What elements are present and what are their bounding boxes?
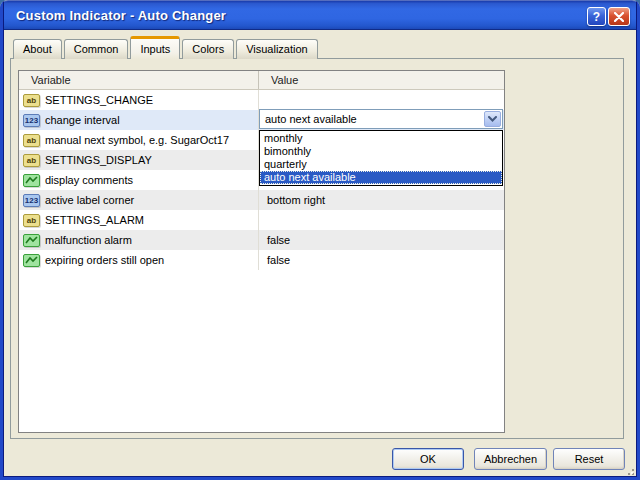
value-cell[interactable]: false (259, 230, 504, 250)
boolean-type-icon (23, 234, 40, 247)
variable-label: SETTINGS_DISPLAY (45, 154, 152, 166)
titlebar[interactable]: Custom Indicator - Auto Changer ? (0, 0, 640, 30)
string-type-icon: ab (23, 154, 40, 167)
string-type-icon: ab (23, 94, 40, 107)
tab-about[interactable]: About (13, 39, 62, 59)
close-icon (614, 12, 624, 22)
table-header: Variable Value (19, 71, 504, 90)
dropdown-option[interactable]: auto next available (260, 171, 502, 184)
variable-label: active label corner (45, 194, 134, 206)
table-row[interactable]: expiring orders still open false (19, 250, 504, 270)
tab-label: About (23, 43, 52, 55)
value-cell[interactable]: bottom right (259, 190, 504, 210)
table-row[interactable]: ab SETTINGS_CHANGE (19, 90, 504, 110)
variable-label: change interval (45, 114, 120, 126)
value-cell[interactable] (259, 90, 504, 110)
variable-label: SETTINGS_CHANGE (45, 94, 153, 106)
dropdown-option[interactable]: bimonthly (260, 145, 502, 158)
string-type-icon: ab (23, 214, 40, 227)
variable-label: expiring orders still open (45, 254, 164, 266)
change-interval-combobox[interactable]: auto next available (259, 109, 503, 129)
close-button[interactable] (608, 7, 630, 26)
boolean-type-icon (23, 174, 40, 187)
tab-label: Colors (192, 43, 224, 55)
integer-type-icon: 123 (23, 194, 40, 207)
cancel-button[interactable]: Abbrechen (474, 448, 547, 470)
table-row[interactable]: malfunction alarm false (19, 230, 504, 250)
combobox-value: auto next available (265, 110, 357, 128)
tab-inputs[interactable]: Inputs (130, 36, 180, 59)
table-row[interactable]: 123 active label corner bottom right (19, 190, 504, 210)
window-title: Custom Indicator - Auto Changer (16, 8, 226, 23)
chevron-down-icon[interactable] (484, 111, 501, 127)
boolean-type-icon (23, 254, 40, 267)
interval-dropdown-list: monthlybimonthlyquarterlyauto next avail… (259, 130, 503, 186)
variable-label: manual next symbol, e.g. SugarOct17 (45, 134, 229, 146)
tab-label: Inputs (140, 43, 170, 55)
reset-button[interactable]: Reset (553, 448, 625, 470)
dropdown-option[interactable]: quarterly (260, 158, 502, 171)
tab-common[interactable]: Common (64, 39, 129, 59)
resize-grip[interactable] (623, 464, 635, 476)
variable-label: display comments (45, 174, 133, 186)
value-cell[interactable] (259, 210, 504, 230)
help-icon: ? (593, 9, 600, 25)
integer-type-icon: 123 (23, 114, 40, 127)
variable-label: malfunction alarm (45, 234, 132, 246)
tab-label: Visualization (246, 43, 308, 55)
dropdown-option[interactable]: monthly (260, 132, 502, 145)
column-header-value: Value (259, 71, 504, 89)
column-header-variable: Variable (19, 71, 259, 89)
tab-bar: AboutCommonInputsColorsVisualization (13, 36, 318, 59)
variable-label: SETTINGS_ALARM (45, 214, 144, 226)
tab-colors[interactable]: Colors (182, 39, 234, 59)
string-type-icon: ab (23, 134, 40, 147)
ok-button[interactable]: OK (392, 448, 464, 470)
value-cell[interactable]: false (259, 250, 504, 270)
help-button[interactable]: ? (587, 7, 606, 26)
dialog-window: Custom Indicator - Auto Changer ? AboutC… (0, 0, 640, 480)
tab-visualization[interactable]: Visualization (236, 39, 318, 59)
table-row[interactable]: ab SETTINGS_ALARM (19, 210, 504, 230)
tab-label: Common (74, 43, 119, 55)
